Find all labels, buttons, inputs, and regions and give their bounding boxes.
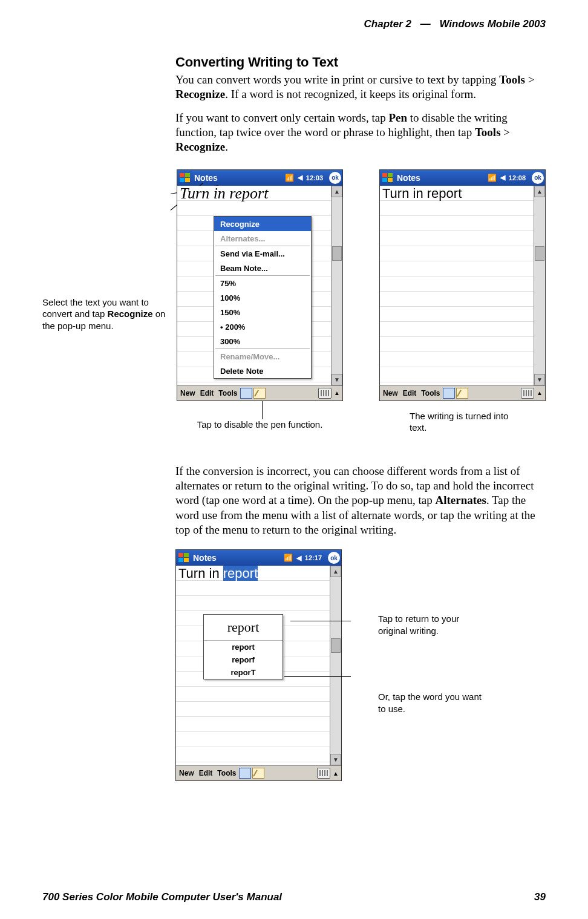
command-bar: New Edit Tools ▲ bbox=[176, 765, 341, 780]
para-2: If you want to convert only certain word… bbox=[175, 111, 546, 155]
app-title: Notes bbox=[194, 173, 285, 183]
menu-zoom-300[interactable]: 300% bbox=[214, 334, 311, 348]
titlebar[interactable]: Notes 12:08 ok bbox=[380, 170, 545, 186]
context-menu: Recognize Alternates... Send via E-mail.… bbox=[214, 216, 312, 379]
menu-zoom-75[interactable]: 75% bbox=[214, 276, 311, 290]
product-name: Windows Mobile 2003 bbox=[439, 18, 546, 30]
scrollbar[interactable]: ▲ ▼ bbox=[330, 566, 341, 765]
alt-option-0[interactable]: report bbox=[204, 641, 283, 653]
scroll-up-icon[interactable]: ▲ bbox=[330, 566, 341, 577]
sip-up-icon[interactable]: ▲ bbox=[333, 390, 341, 396]
clock[interactable]: 12:03 bbox=[306, 174, 323, 182]
page-number: 39 bbox=[534, 891, 546, 903]
scroll-thumb[interactable] bbox=[535, 246, 544, 261]
section-title: Converting Writing to Text bbox=[175, 54, 546, 70]
connectivity-icon[interactable] bbox=[285, 174, 294, 182]
alt-option-1[interactable]: reporf bbox=[204, 653, 283, 666]
record-icon[interactable] bbox=[240, 388, 252, 399]
note-canvas[interactable]: Turn in report Recognize Alternates... S… bbox=[177, 186, 331, 385]
record-icon[interactable] bbox=[239, 768, 251, 779]
pen-icon[interactable] bbox=[456, 388, 468, 399]
scroll-up-icon[interactable]: ▲ bbox=[534, 186, 545, 197]
titlebar[interactable]: Notes 12:17 ok bbox=[176, 550, 341, 566]
screenshot-notes-converted: Notes 12:08 ok Turn in report ▲ bbox=[379, 169, 546, 401]
cmd-new[interactable]: New bbox=[381, 389, 400, 397]
cmd-tools[interactable]: Tools bbox=[215, 769, 238, 777]
keyboard-icon[interactable] bbox=[317, 768, 330, 779]
scroll-thumb[interactable] bbox=[332, 246, 342, 261]
command-bar: New Edit Tools ▲ bbox=[380, 385, 545, 401]
cmd-new[interactable]: New bbox=[178, 389, 197, 397]
callout-left: Select the text you want to convert and … bbox=[42, 169, 177, 332]
start-icon[interactable] bbox=[178, 172, 192, 184]
ok-button[interactable]: ok bbox=[329, 172, 341, 184]
pen-icon[interactable] bbox=[252, 768, 264, 779]
command-bar: New Edit Tools ▲ bbox=[177, 385, 342, 401]
converted-text: Turn in report bbox=[382, 186, 462, 201]
start-icon[interactable] bbox=[177, 552, 191, 564]
menu-zoom-100[interactable]: 100% bbox=[214, 290, 311, 305]
callout-tap-word: Or, tap the word you want to use. bbox=[378, 691, 487, 715]
handwriting-text: Turn in report bbox=[180, 186, 268, 203]
pen-icon[interactable] bbox=[253, 388, 266, 399]
app-title: Notes bbox=[397, 173, 488, 183]
ok-button[interactable]: ok bbox=[328, 552, 340, 564]
alt-original-writing[interactable]: report bbox=[204, 615, 283, 641]
note-canvas[interactable]: Turn in report bbox=[380, 186, 534, 385]
para-1: You can convert words you write in print… bbox=[175, 73, 546, 102]
volume-icon[interactable] bbox=[296, 554, 301, 562]
alt-option-2[interactable]: reporT bbox=[204, 666, 283, 679]
clock[interactable]: 12:08 bbox=[509, 174, 526, 182]
menu-delete[interactable]: Delete Note bbox=[214, 364, 311, 378]
cmd-edit[interactable]: Edit bbox=[197, 769, 215, 777]
note-canvas[interactable]: Turn in report report report reporf repo… bbox=[176, 566, 330, 765]
running-header: Chapter 2 — Windows Mobile 2003 bbox=[42, 18, 546, 30]
sip-up-icon[interactable]: ▲ bbox=[332, 770, 340, 777]
menu-zoom-200[interactable]: 200% bbox=[214, 319, 311, 334]
callout-right: The writing is turned into text. bbox=[410, 410, 512, 434]
menu-beam-note[interactable]: Beam Note... bbox=[214, 261, 311, 275]
menu-rename: Rename/Move... bbox=[214, 349, 311, 364]
scroll-down-icon[interactable]: ▼ bbox=[332, 374, 342, 385]
connectivity-icon[interactable] bbox=[284, 554, 293, 562]
cmd-new[interactable]: New bbox=[177, 769, 196, 777]
page-footer: 700 Series Color Mobile Computer User's … bbox=[42, 891, 546, 903]
screenshot-notes-recognize: Notes 12:03 ok Turn in report Recognize bbox=[177, 169, 343, 401]
cmd-edit[interactable]: Edit bbox=[401, 389, 419, 397]
menu-recognize[interactable]: Recognize bbox=[214, 217, 311, 231]
sip-up-icon[interactable]: ▲ bbox=[535, 390, 544, 396]
clock[interactable]: 12:17 bbox=[305, 554, 322, 561]
callout-pen: Tap to disable the pen function. bbox=[197, 419, 323, 430]
scroll-up-icon[interactable]: ▲ bbox=[332, 186, 342, 197]
cmd-tools[interactable]: Tools bbox=[419, 389, 442, 397]
callout-return-original: Tap to return to your original writing. bbox=[378, 613, 487, 636]
alternates-menu: report report reporf reporT bbox=[203, 614, 283, 679]
cmd-tools[interactable]: Tools bbox=[217, 389, 239, 397]
scroll-thumb[interactable] bbox=[331, 638, 341, 653]
screenshot-notes-alternates: Notes 12:17 ok Turn in report bbox=[175, 549, 342, 781]
scrollbar[interactable]: ▲ ▼ bbox=[534, 186, 545, 385]
scroll-down-icon[interactable]: ▼ bbox=[330, 754, 341, 765]
note-text: Turn in report bbox=[178, 566, 258, 581]
keyboard-icon[interactable] bbox=[318, 388, 332, 399]
volume-icon[interactable] bbox=[298, 174, 302, 182]
menu-alternates: Alternates... bbox=[214, 231, 311, 246]
chapter-label: Chapter 2 bbox=[364, 18, 411, 30]
keyboard-icon[interactable] bbox=[521, 388, 534, 399]
cmd-edit[interactable]: Edit bbox=[198, 389, 216, 397]
header-dash: — bbox=[420, 18, 431, 30]
menu-zoom-150[interactable]: 150% bbox=[214, 305, 311, 319]
menu-send-email[interactable]: Send via E-mail... bbox=[214, 246, 311, 261]
record-icon[interactable] bbox=[443, 388, 455, 399]
para-3: If the conversion is incorrect, you can … bbox=[175, 464, 546, 538]
connectivity-icon[interactable] bbox=[488, 174, 497, 182]
ok-button[interactable]: ok bbox=[532, 172, 544, 184]
start-icon[interactable] bbox=[381, 172, 394, 184]
app-title: Notes bbox=[193, 553, 284, 563]
selected-word[interactable]: report bbox=[223, 566, 258, 581]
manual-title: 700 Series Color Mobile Computer User's … bbox=[42, 891, 282, 903]
scrollbar[interactable]: ▲ ▼ bbox=[331, 186, 342, 385]
scroll-down-icon[interactable]: ▼ bbox=[534, 374, 545, 385]
volume-icon[interactable] bbox=[500, 174, 505, 182]
